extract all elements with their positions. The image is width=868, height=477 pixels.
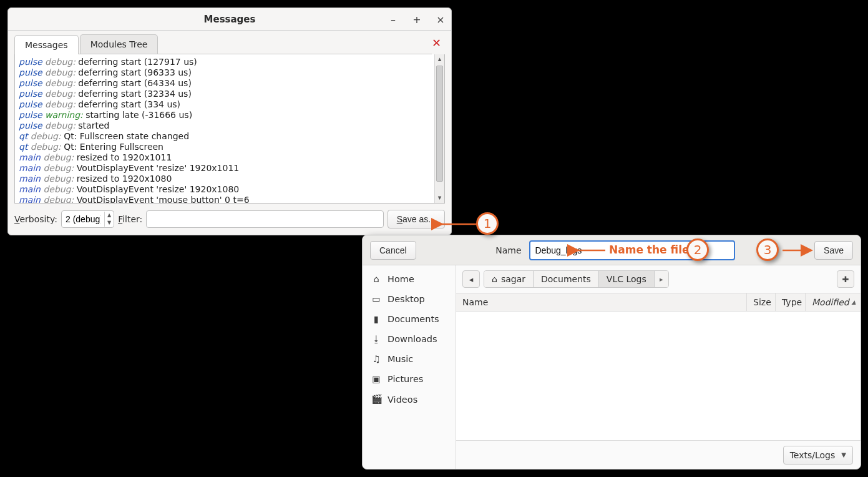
tab-modules-tree[interactable]: Modules Tree xyxy=(80,34,158,54)
file-list[interactable] xyxy=(456,312,861,440)
save-button[interactable]: Save xyxy=(814,241,853,260)
log-module: pulse xyxy=(19,89,42,99)
verbosity-value[interactable] xyxy=(62,214,104,224)
downloads-icon: ⭳ xyxy=(371,334,381,344)
annotation-step-1: 1 xyxy=(476,212,499,235)
place-pictures[interactable]: ▣Pictures xyxy=(363,369,456,389)
log-text: started xyxy=(78,120,109,130)
messages-window: Messages – + × Messages Modules Tree ✕ p… xyxy=(7,7,452,235)
crumb-forward-icon[interactable]: ▸ xyxy=(655,271,668,287)
home-icon: ⌂ xyxy=(492,274,497,284)
column-size[interactable]: Size xyxy=(747,293,776,311)
place-documents[interactable]: ▮Documents xyxy=(363,309,456,329)
new-folder-button[interactable]: ✚ xyxy=(837,270,854,288)
crumb-sagar[interactable]: ⌂sagar xyxy=(484,271,534,287)
log-line: qt debug: Qt: Fullscreen state changed xyxy=(19,131,431,142)
log-text: Qt: Fullscreen state changed xyxy=(64,131,189,141)
log-level: debug: xyxy=(27,142,64,152)
log-text: resized to 1920x1011 xyxy=(77,152,172,162)
crumb-label: VLC Logs xyxy=(607,274,646,284)
column-modified[interactable]: Modified▲ xyxy=(806,293,861,311)
place-label: Desktop xyxy=(388,294,425,304)
file-save-dialog: Cancel Name Save ⌂Home▭Desktop▮Documents… xyxy=(362,235,861,470)
log-level: debug: xyxy=(41,163,77,173)
music-icon: ♫ xyxy=(371,354,381,364)
name-label: Name xyxy=(495,245,521,255)
log-output[interactable]: pulse debug: deferring start (127917 us)… xyxy=(15,54,434,203)
log-module: qt xyxy=(19,142,27,152)
place-label: Home xyxy=(388,274,414,284)
crumb-vlc-logs[interactable]: VLC Logs xyxy=(599,271,655,287)
log-text: deferring start (127917 us) xyxy=(78,57,197,67)
log-line: pulse debug: deferring start (64334 us) xyxy=(19,78,431,89)
path-back-button[interactable]: ◂ xyxy=(462,270,480,288)
places-sidebar: ⌂Home▭Desktop▮Documents⭳Downloads♫Music▣… xyxy=(363,265,456,469)
save-as-button[interactable]: Save as... xyxy=(388,210,445,229)
log-module: main xyxy=(19,174,41,184)
log-level: debug: xyxy=(27,131,64,141)
sort-asc-icon: ▲ xyxy=(852,299,856,305)
file-type-combo[interactable]: Texts/Logs ▼ xyxy=(783,446,853,465)
log-level: debug: xyxy=(42,120,79,130)
spin-up-icon[interactable]: ▲ xyxy=(105,212,114,219)
scroll-up-icon[interactable]: ▴ xyxy=(435,54,444,64)
scroll-thumb[interactable] xyxy=(436,66,443,182)
minimize-button[interactable]: – xyxy=(388,14,399,26)
log-text: deferring start (334 us) xyxy=(78,99,180,109)
log-level: debug: xyxy=(41,184,77,194)
cancel-button[interactable]: Cancel xyxy=(370,241,416,260)
log-line: main debug: VoutDisplayEvent 'resize' 19… xyxy=(19,184,431,195)
log-module: pulse xyxy=(19,78,42,88)
crumb-label: sagar xyxy=(501,274,525,284)
log-module: main xyxy=(19,163,41,173)
place-videos[interactable]: 🎬Videos xyxy=(363,389,456,410)
log-text: resized to 1920x1080 xyxy=(77,174,172,184)
breadcrumb: ⌂sagarDocumentsVLC Logs▸ xyxy=(484,270,669,288)
log-module: pulse xyxy=(19,120,42,130)
log-module: main xyxy=(19,152,41,162)
crumb-documents[interactable]: Documents xyxy=(534,271,599,287)
place-label: Videos xyxy=(388,395,417,405)
tab-messages[interactable]: Messages xyxy=(14,35,79,54)
clear-log-button[interactable]: ✕ xyxy=(432,36,441,49)
verbosity-spinbox[interactable]: ▲▼ xyxy=(61,210,114,228)
log-line: pulse debug: deferring start (32334 us) xyxy=(19,89,431,99)
log-line: qt debug: Qt: Entering Fullscreen xyxy=(19,142,431,152)
log-text: Qt: Entering Fullscreen xyxy=(64,142,163,152)
plus-icon: ✚ xyxy=(842,275,849,284)
log-line: pulse debug: deferring start (334 us) xyxy=(19,99,431,110)
videos-icon: 🎬 xyxy=(371,394,381,405)
titlebar: Messages – + × xyxy=(8,8,451,31)
place-label: Downloads xyxy=(388,334,437,344)
place-downloads[interactable]: ⭳Downloads xyxy=(363,329,456,349)
filter-input[interactable] xyxy=(146,210,383,228)
log-module: main xyxy=(19,184,41,194)
place-label: Music xyxy=(388,354,413,364)
place-music[interactable]: ♫Music xyxy=(363,349,456,369)
log-module: main xyxy=(19,195,41,203)
scroll-down-icon[interactable]: ▾ xyxy=(435,193,444,203)
log-line: pulse debug: deferring start (96333 us) xyxy=(19,67,431,78)
home-icon: ⌂ xyxy=(371,274,381,284)
place-label: Pictures xyxy=(388,374,423,384)
log-module: pulse xyxy=(19,57,42,67)
spin-down-icon[interactable]: ▼ xyxy=(105,219,114,227)
scrollbar[interactable]: ▴ ▾ xyxy=(434,54,444,203)
column-type[interactable]: Type xyxy=(776,293,806,311)
place-home[interactable]: ⌂Home xyxy=(363,269,456,289)
column-name[interactable]: Name xyxy=(456,293,747,311)
file-list-header: Name Size Type Modified▲ xyxy=(456,293,861,312)
log-level: debug: xyxy=(42,89,79,99)
log-level: debug: xyxy=(42,78,79,88)
log-line: pulse debug: deferring start (127917 us) xyxy=(19,57,431,67)
log-text: VoutDisplayEvent 'resize' 1920x1011 xyxy=(77,163,239,173)
log-level: debug: xyxy=(41,174,77,184)
desktop-icon: ▭ xyxy=(371,294,381,304)
log-module: pulse xyxy=(19,99,42,109)
log-level: debug: xyxy=(42,99,79,109)
filename-input[interactable] xyxy=(529,240,735,260)
close-window-button[interactable]: × xyxy=(435,14,446,26)
maximize-button[interactable]: + xyxy=(411,14,422,26)
place-desktop[interactable]: ▭Desktop xyxy=(363,289,456,309)
log-line: pulse warning: starting late (-31666 us) xyxy=(19,110,431,120)
